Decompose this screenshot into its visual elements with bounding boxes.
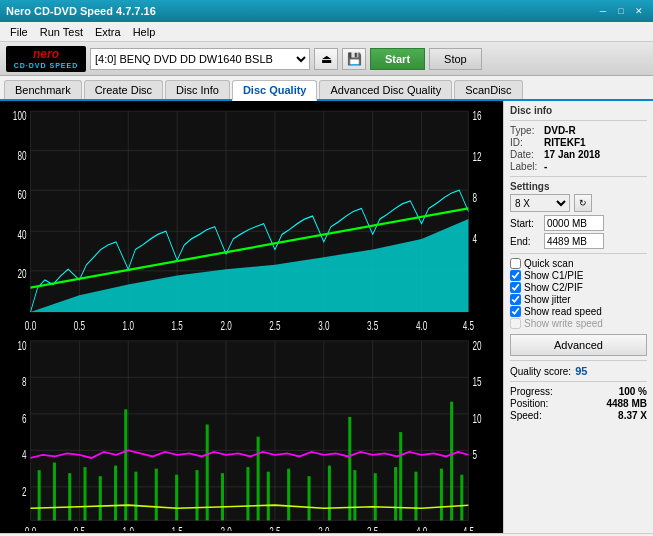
- tab-disc-quality[interactable]: Disc Quality: [232, 80, 318, 101]
- show-jitter-checkbox[interactable]: [510, 294, 521, 305]
- menu-bar: File Run Test Extra Help: [0, 22, 653, 42]
- quick-scan-checkbox[interactable]: [510, 258, 521, 269]
- svg-rect-62: [155, 469, 158, 521]
- tab-advanced-disc-quality[interactable]: Advanced Disc Quality: [319, 80, 452, 99]
- app-logo: nero CD·DVD SPEED: [6, 46, 86, 72]
- svg-text:3.0: 3.0: [318, 525, 330, 531]
- show-c1pie-label: Show C1/PIE: [524, 270, 583, 281]
- svg-text:2.5: 2.5: [269, 525, 281, 531]
- svg-rect-77: [124, 409, 127, 520]
- disc-type-row: Type: DVD-R: [510, 125, 647, 136]
- type-value: DVD-R: [544, 125, 576, 136]
- divider-4: [510, 360, 647, 361]
- close-button[interactable]: ✕: [631, 4, 647, 18]
- svg-text:4.0: 4.0: [416, 525, 428, 531]
- speed-row: 8 X ↻: [510, 194, 647, 212]
- svg-text:1.5: 1.5: [171, 525, 183, 531]
- chart-area: 100 80 60 40 20 16 12 8 4 0.0 0.5 1.0 1.…: [0, 101, 503, 533]
- show-write-speed-row: Show write speed: [510, 318, 647, 329]
- tab-scandisc[interactable]: ScanDisc: [454, 80, 522, 99]
- end-input[interactable]: [544, 233, 604, 249]
- svg-text:40: 40: [17, 228, 26, 241]
- progress-section: Progress: 100 % Position: 4488 MB Speed:…: [510, 386, 647, 421]
- show-c1pie-checkbox[interactable]: [510, 270, 521, 281]
- tab-benchmark[interactable]: Benchmark: [4, 80, 82, 99]
- svg-rect-61: [134, 472, 137, 521]
- svg-rect-71: [353, 470, 356, 520]
- svg-text:4.5: 4.5: [463, 525, 475, 531]
- eject-button[interactable]: ⏏: [314, 48, 338, 70]
- svg-text:6: 6: [22, 412, 27, 425]
- svg-rect-67: [267, 472, 270, 521]
- svg-text:80: 80: [17, 149, 26, 162]
- menu-extra[interactable]: Extra: [89, 24, 127, 40]
- quality-row: Quality score: 95: [510, 365, 647, 377]
- svg-rect-65: [221, 473, 224, 520]
- show-jitter-label: Show jitter: [524, 294, 571, 305]
- maximize-button[interactable]: □: [613, 4, 629, 18]
- label-label: Label:: [510, 161, 540, 172]
- speed-row: Speed: 8.37 X: [510, 410, 647, 421]
- menu-run-test[interactable]: Run Test: [34, 24, 89, 40]
- svg-text:20: 20: [472, 339, 481, 352]
- svg-text:4.5: 4.5: [463, 320, 475, 333]
- divider-3: [510, 253, 647, 254]
- show-write-speed-label: Show write speed: [524, 318, 603, 329]
- svg-text:4: 4: [472, 233, 477, 246]
- end-field-row: End:: [510, 233, 647, 249]
- start-input[interactable]: [544, 215, 604, 231]
- type-label: Type:: [510, 125, 540, 136]
- show-c2pif-checkbox[interactable]: [510, 282, 521, 293]
- menu-file[interactable]: File: [4, 24, 34, 40]
- svg-rect-64: [195, 470, 198, 520]
- settings-title: Settings: [510, 181, 647, 192]
- svg-text:12: 12: [472, 151, 481, 164]
- svg-text:100: 100: [13, 110, 27, 123]
- svg-rect-63: [175, 475, 178, 521]
- tab-disc-info[interactable]: Disc Info: [165, 80, 230, 99]
- date-value: 17 Jan 2018: [544, 149, 600, 160]
- drive-select[interactable]: [4:0] BENQ DVD DD DW1640 BSLB: [90, 48, 310, 70]
- svg-text:2.5: 2.5: [269, 320, 281, 333]
- show-write-speed-checkbox[interactable]: [510, 318, 521, 329]
- divider-1: [510, 120, 647, 121]
- progress-label: Progress:: [510, 386, 553, 397]
- tab-bar: Benchmark Create Disc Disc Info Disc Qua…: [0, 76, 653, 101]
- show-read-speed-label: Show read speed: [524, 306, 602, 317]
- chart-svg: 100 80 60 40 20 16 12 8 4 0.0 0.5 1.0 1.…: [2, 105, 501, 531]
- start-button[interactable]: Start: [370, 48, 425, 70]
- svg-text:5: 5: [472, 449, 477, 462]
- svg-rect-55: [38, 470, 41, 520]
- quality-value: 95: [575, 365, 587, 377]
- disc-id-row: ID: RITEKF1: [510, 137, 647, 148]
- svg-text:16: 16: [472, 110, 481, 123]
- stop-button[interactable]: Stop: [429, 48, 482, 70]
- svg-text:2: 2: [22, 485, 27, 498]
- chart-container: 100 80 60 40 20 16 12 8 4 0.0 0.5 1.0 1.…: [2, 105, 501, 531]
- divider-5: [510, 381, 647, 382]
- refresh-button[interactable]: ↻: [574, 194, 592, 212]
- svg-text:0.5: 0.5: [74, 525, 86, 531]
- start-field-row: Start:: [510, 215, 647, 231]
- menu-help[interactable]: Help: [127, 24, 162, 40]
- svg-text:0.0: 0.0: [25, 320, 37, 333]
- advanced-button[interactable]: Advanced: [510, 334, 647, 356]
- save-button[interactable]: 💾: [342, 48, 366, 70]
- end-label: End:: [510, 236, 540, 247]
- svg-rect-68: [287, 469, 290, 521]
- disc-info-title: Disc info: [510, 105, 647, 116]
- svg-rect-75: [440, 469, 443, 521]
- show-read-speed-checkbox[interactable]: [510, 306, 521, 317]
- disc-label-row: Label: -: [510, 161, 647, 172]
- speed-select[interactable]: 8 X: [510, 194, 570, 212]
- tab-create-disc[interactable]: Create Disc: [84, 80, 163, 99]
- svg-rect-58: [83, 467, 86, 520]
- quick-scan-label: Quick scan: [524, 258, 573, 269]
- svg-text:3.5: 3.5: [367, 320, 379, 333]
- position-row: Position: 4488 MB: [510, 398, 647, 409]
- svg-text:0.0: 0.0: [25, 525, 37, 531]
- svg-rect-78: [206, 425, 209, 521]
- svg-rect-80: [348, 417, 351, 520]
- minimize-button[interactable]: ─: [595, 4, 611, 18]
- svg-rect-59: [99, 476, 102, 520]
